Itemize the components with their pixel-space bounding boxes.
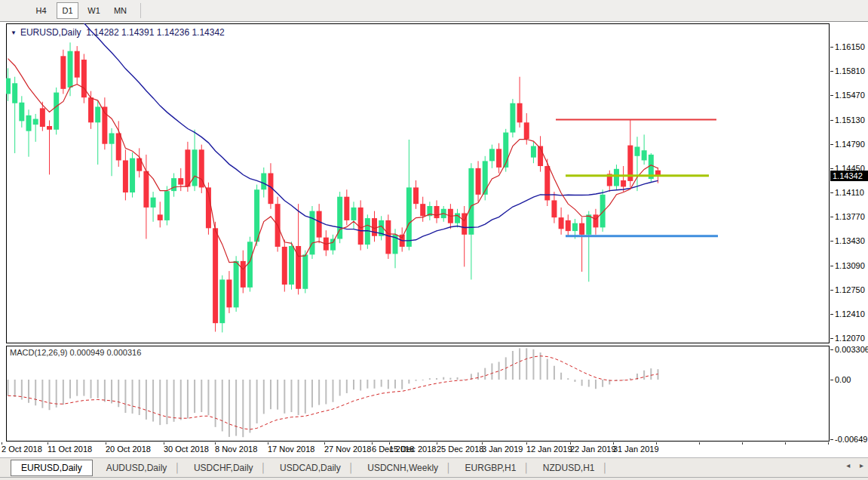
- price-axis-label: 1.14790: [835, 140, 865, 149]
- macd-axis-label: 0.00: [835, 375, 851, 384]
- date-axis-tick: [742, 442, 743, 445]
- price-axis-label: 1.15130: [835, 115, 865, 125]
- tab-separator: │: [174, 463, 180, 473]
- date-axis-label: 2 Oct 2018: [2, 445, 42, 454]
- tab-separator: │: [261, 463, 267, 473]
- price-axis-label: 1.12410: [835, 309, 865, 318]
- date-axis-label: 11 Oct 2018: [48, 445, 92, 454]
- date-axis-tick: [828, 442, 829, 445]
- macd-label: MACD(12,26,9): [10, 348, 67, 357]
- date-axis-label: 25 Dec 2018: [437, 445, 483, 454]
- macd-axis-label: 0.003306: [835, 345, 868, 354]
- price-axis-label: 1.13770: [835, 212, 865, 221]
- price-axis-tick: [830, 95, 833, 96]
- timeframe-button-h4[interactable]: H4: [30, 2, 52, 19]
- tab-usdcnh-weekly[interactable]: USDCNH,Weekly: [360, 463, 446, 473]
- tab-separator: │: [603, 463, 609, 473]
- date-axis-label: 12 Jan 2019: [526, 445, 572, 454]
- price-axis-tick: [830, 168, 833, 169]
- price-axis-label: 1.14110: [835, 188, 864, 197]
- price-axis-tick: [830, 217, 833, 217]
- macd-signal-value: 0.000316: [106, 348, 141, 357]
- current-price-tag: 1.14342: [830, 171, 868, 181]
- date-axis-label: 20 Oct 2018: [106, 445, 151, 454]
- macd-border: [7, 346, 830, 442]
- price-axis-tick: [830, 241, 833, 242]
- macd-axis-tick: [830, 380, 833, 380]
- timeframe-toolbar: H4D1W1MN: [0, 0, 868, 22]
- price-axis-tick: [830, 338, 833, 339]
- date-axis-label: 17 Nov 2018: [268, 445, 314, 454]
- price-axis-label: 1.15470: [835, 91, 865, 100]
- price-axis-label: 1.12070: [835, 334, 865, 343]
- chart-tab-bar: EURUSD,DailyAUDUSD,Daily│USDCHF,Daily│US…: [0, 457, 868, 477]
- date-axis-label: 27 Nov 2018: [324, 445, 371, 454]
- tab-nzdusd-h1[interactable]: NZDUSD,H1: [535, 463, 603, 473]
- tab-separator: │: [446, 463, 452, 473]
- macd-main-value: 0.000949: [69, 348, 104, 357]
- tab-separator: │: [348, 463, 354, 473]
- date-axis-label: 31 Jan 2019: [613, 445, 659, 454]
- timeframe-button-w1[interactable]: W1: [83, 2, 105, 19]
- macd-axis-tick: [830, 439, 833, 440]
- timeframe-button-d1[interactable]: D1: [57, 2, 78, 19]
- price-axis-label: 1.12750: [835, 285, 865, 294]
- symbol-dropdown-icon[interactable]: ▼: [11, 29, 17, 36]
- price-axis-tick: [830, 266, 833, 266]
- date-axis-label: 15 Dec 2018: [389, 445, 436, 454]
- tab-usdchf-daily[interactable]: USDCHF,Daily: [186, 463, 261, 473]
- date-axis-tick: [656, 442, 657, 445]
- price-axis-tick: [830, 290, 833, 291]
- chart-ohlc-values: 1.14282 1.14391 1.14236 1.14342: [86, 27, 225, 38]
- macd-axis-tick: [830, 349, 833, 350]
- timeframe-button-mn[interactable]: MN: [109, 2, 131, 19]
- price-axis-label: 1.15810: [835, 66, 865, 75]
- tab-scroll-right-icon[interactable]: ▸: [860, 461, 863, 469]
- tab-scroll-left-icon[interactable]: ◂: [846, 461, 850, 469]
- chart-title: ▼EURUSD,Daily 1.14282 1.14391 1.14236 1.…: [11, 27, 225, 38]
- date-axis-label: 3 Jan 2019: [482, 445, 523, 454]
- tab-eurusd-daily[interactable]: EURUSD,Daily: [11, 460, 93, 476]
- macd-axis-label: -0.00649: [835, 435, 867, 444]
- date-axis-label: 8 Nov 2018: [215, 445, 257, 454]
- price-axis-label: 1.13090: [835, 261, 865, 270]
- date-axis-tick: [699, 442, 700, 445]
- macd-panel[interactable]: [6, 346, 830, 442]
- price-axis-tick: [830, 71, 833, 72]
- tab-audusd-daily[interactable]: AUDUSD,Daily: [99, 463, 175, 473]
- tab-usdcad-daily[interactable]: USDCAD,Daily: [272, 463, 348, 473]
- statusbar-strip: [0, 477, 868, 480]
- price-axis-tick: [830, 120, 833, 121]
- price-axis-label: 1.13430: [835, 236, 865, 245]
- date-axis-label: 30 Oct 2018: [164, 445, 209, 454]
- price-axis-tick: [830, 47, 833, 48]
- tab-scroll-arrows: ◂ ▸: [839, 461, 863, 469]
- tab-eurgbp-h1[interactable]: EURGBP,H1: [458, 463, 524, 473]
- price-axis-tick: [830, 144, 833, 145]
- timeframe-buttons: H4D1W1MN: [30, 2, 136, 19]
- price-chart[interactable]: [6, 23, 830, 343]
- price-axis-label: 1.16150: [835, 42, 865, 51]
- toolbar-spacer: [0, 0, 30, 21]
- macd-title: MACD(12,26,9) 0.000949 0.000316: [10, 348, 141, 357]
- tab-separator: │: [523, 463, 529, 473]
- mt4-window: H4D1W1MN ▼EURUSD,Daily 1.14282 1.14391 1…: [0, 0, 868, 480]
- date-axis-label: 22 Jan 2019: [570, 445, 616, 454]
- price-axis-tick: [830, 192, 833, 193]
- date-axis-tick: [785, 442, 786, 445]
- chart-symbol-label: EURUSD,Daily: [20, 27, 81, 38]
- toolbar-separator: [140, 3, 141, 18]
- price-axis-tick: [830, 314, 833, 315]
